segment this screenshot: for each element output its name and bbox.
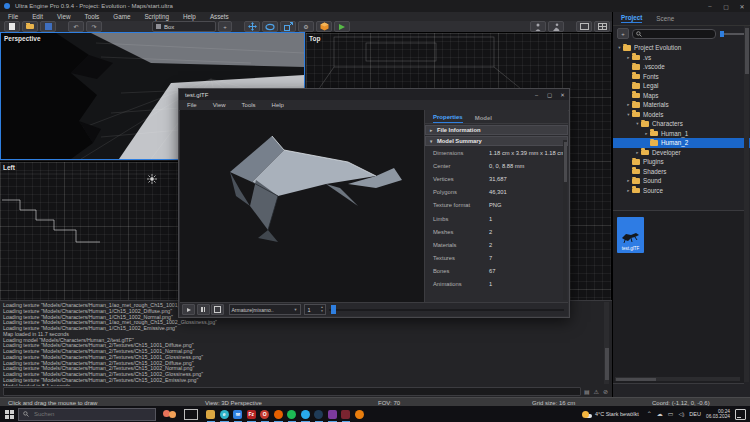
model-window-close-button[interactable]: ✕ — [556, 89, 569, 100]
display-icon[interactable]: ▭ — [668, 411, 674, 417]
menu-file[interactable]: File — [8, 13, 18, 20]
taskbar-app-steam[interactable] — [312, 406, 326, 422]
asset-search-box[interactable] — [632, 29, 716, 39]
show-characters-button[interactable] — [530, 21, 546, 32]
taskbar-app-mail[interactable]: ✉ — [231, 406, 245, 422]
weather-widget[interactable]: 4°C Stark bewölkt — [582, 411, 639, 418]
tree-item-developer[interactable]: ▸Developer — [613, 148, 750, 158]
onedrive-cloud-icon[interactable]: ☁ — [657, 411, 663, 417]
menu-edit[interactable]: Edit — [32, 13, 43, 20]
show-physics-button[interactable] — [548, 21, 564, 32]
play-button[interactable] — [182, 304, 195, 315]
keyboard-language[interactable]: DEU — [689, 411, 701, 417]
save-button[interactable] — [40, 21, 56, 32]
people-icon[interactable] — [160, 408, 180, 420]
add-asset-button[interactable]: + — [617, 28, 629, 39]
taskbar-app-filezilla[interactable]: Fz — [245, 406, 259, 422]
model-3d-view[interactable] — [180, 110, 424, 303]
menu-help[interactable]: Help — [183, 13, 196, 20]
minimize-button[interactable]: – — [702, 0, 718, 12]
taskbar-app-firefox[interactable] — [272, 406, 286, 422]
taskbar-app-file-explorer[interactable] — [204, 406, 218, 422]
rotate-tool-button[interactable] — [262, 21, 278, 32]
quad-viewport-button[interactable] — [594, 21, 610, 32]
properties-scrollbar[interactable] — [563, 140, 567, 300]
task-view-icon[interactable] — [184, 409, 198, 420]
taskbar-app-app-maroon[interactable] — [339, 406, 353, 422]
menu-tools[interactable]: Tools — [85, 13, 100, 20]
menu-assets[interactable]: Assets — [210, 13, 229, 20]
frame-spinner[interactable]: 1 ▲▼ — [304, 304, 326, 315]
primitive-dropdown[interactable]: Box — [152, 21, 216, 32]
console-scrollbar[interactable] — [604, 302, 609, 384]
scale-tool-button[interactable] — [280, 21, 296, 32]
tree-item-human-2[interactable]: Human_2 — [613, 138, 750, 148]
animation-dropdown[interactable]: Armature|mixamo.. ▼ — [229, 304, 301, 315]
tree-item-source[interactable]: ▸Source — [613, 186, 750, 196]
clear-log-icon[interactable]: ⊘ — [603, 389, 608, 395]
taskbar-app-blender[interactable] — [353, 406, 367, 422]
add-primitive-button[interactable]: + — [218, 21, 232, 32]
tab-model[interactable]: Model — [475, 115, 492, 123]
sidebar-scrollbar[interactable] — [744, 26, 749, 382]
tree-item-characters[interactable]: ▾Characters — [613, 119, 750, 129]
new-file-button[interactable] — [4, 21, 20, 32]
translate-tool-button[interactable] — [244, 21, 260, 32]
warnings-icon[interactable]: ⚠ — [594, 389, 599, 395]
taskbar-search-box[interactable] — [18, 408, 156, 421]
section-model-summary[interactable]: ▾Model Summary — [425, 136, 568, 146]
timeline-slider-handle[interactable] — [331, 305, 336, 314]
tree-item--vscode[interactable]: .vscode — [613, 62, 750, 72]
volume-icon[interactable]: ◁) — [678, 411, 684, 417]
pause-button[interactable] — [197, 304, 210, 315]
command-input[interactable] — [3, 387, 581, 396]
sidebar-tab-project[interactable]: Project — [621, 14, 642, 23]
taskbar-app-opera[interactable]: O — [258, 406, 272, 422]
thumbnail-size-slider[interactable] — [720, 33, 746, 35]
menu-view[interactable]: View — [57, 13, 71, 20]
preview-hscrollbar[interactable] — [615, 377, 740, 381]
start-button[interactable] — [0, 406, 18, 422]
tray-chevron-icon[interactable]: ⌃ — [647, 411, 652, 417]
undo-button[interactable]: ↶ — [68, 21, 84, 32]
tab-properties[interactable]: Properties — [433, 114, 463, 123]
tree-item-sound[interactable]: ▸Sound — [613, 176, 750, 186]
open-button[interactable] — [22, 21, 38, 32]
taskbar-app-telegram[interactable] — [299, 406, 313, 422]
model-window-maximize-button[interactable]: ▢ — [543, 89, 556, 100]
sidebar-tab-scene[interactable]: Scene — [656, 15, 674, 23]
asset-thumbnail[interactable]: test.glTF — [617, 217, 644, 253]
menu-game[interactable]: Game — [113, 13, 130, 20]
model-window-minimize-button[interactable]: – — [530, 89, 543, 100]
maximize-button[interactable]: ▢ — [718, 0, 734, 12]
tree-item-shaders[interactable]: Shaders — [613, 167, 750, 177]
section-file-information[interactable]: ▸File Information — [425, 125, 568, 135]
model-window-titlebar[interactable]: test.glTF – ▢ ✕ — [179, 89, 569, 100]
taskbar-app-spotify[interactable] — [285, 406, 299, 422]
modelwin-menu-view[interactable]: View — [213, 102, 226, 108]
stop-button[interactable] — [211, 304, 224, 315]
asset-search-input[interactable] — [642, 30, 712, 38]
tree-item-human-1[interactable]: ▸Human_1 — [613, 129, 750, 139]
menu-scripting[interactable]: Scripting — [144, 13, 169, 20]
close-button[interactable]: ✕ — [734, 0, 750, 12]
tree-item-project-evolution[interactable]: ▾Project Evolution — [613, 43, 750, 53]
taskbar-clock[interactable]: 00:24 06.03.2024 — [706, 409, 730, 420]
log-icon[interactable]: ▤ — [584, 389, 590, 395]
modelwin-menu-tools[interactable]: Tools — [242, 102, 256, 108]
taskbar-search-input[interactable] — [32, 410, 151, 418]
object-mode-button[interactable] — [316, 21, 332, 32]
taskbar-app-edge[interactable]: e — [218, 406, 232, 422]
taskbar-app-visual-studio[interactable] — [326, 406, 340, 422]
tree-item--vs[interactable]: ▸.vs — [613, 53, 750, 63]
timeline-slider[interactable] — [329, 309, 565, 311]
single-viewport-button[interactable] — [576, 21, 592, 32]
tree-item-models[interactable]: ▾Models — [613, 110, 750, 120]
modelwin-menu-help[interactable]: Help — [272, 102, 284, 108]
tree-item-fonts[interactable]: Fonts — [613, 72, 750, 82]
modelwin-menu-file[interactable]: File — [187, 102, 197, 108]
settings-tool-button[interactable]: ⚙ — [298, 21, 314, 32]
tree-item-maps[interactable]: Maps — [613, 91, 750, 101]
action-center-icon[interactable] — [735, 409, 746, 420]
tree-item-plugins[interactable]: Plugins — [613, 157, 750, 167]
